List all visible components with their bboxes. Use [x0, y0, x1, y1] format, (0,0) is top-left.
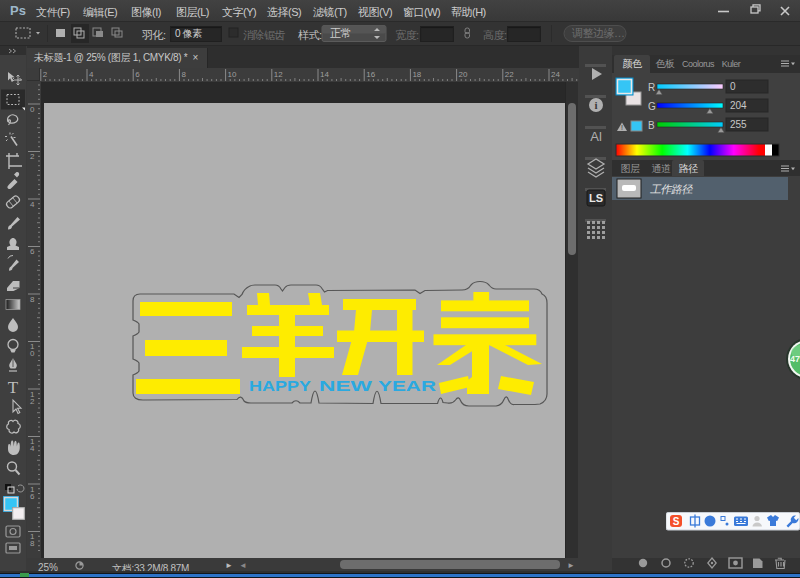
svg-text:12: 12	[274, 70, 283, 79]
svg-text:S: S	[673, 516, 680, 527]
svg-text:4: 4	[30, 200, 35, 209]
svg-text:8: 8	[181, 70, 186, 79]
svg-text:R: R	[648, 82, 655, 93]
svg-text:i: i	[594, 99, 597, 111]
svg-text:14: 14	[320, 70, 329, 79]
svg-text:T: T	[8, 378, 19, 397]
svg-text:204: 204	[730, 100, 747, 111]
svg-text:47: 47	[790, 354, 800, 364]
svg-text:!: !	[621, 124, 623, 131]
svg-text:18: 18	[412, 70, 421, 79]
svg-text:24: 24	[551, 70, 560, 79]
svg-text:4: 4	[30, 444, 35, 453]
svg-text:10: 10	[228, 70, 237, 79]
svg-text:0: 0	[730, 81, 736, 92]
svg-text:NEW: NEW	[319, 377, 373, 394]
svg-text:6: 6	[30, 492, 35, 501]
svg-text:调整边缘…: 调整边缘…	[571, 27, 625, 39]
svg-text:2: 2	[30, 152, 35, 161]
svg-text:6: 6	[30, 247, 35, 256]
svg-text:4: 4	[89, 70, 94, 79]
svg-text:8: 8	[30, 295, 35, 304]
svg-text:B: B	[648, 120, 655, 131]
svg-text:20: 20	[459, 70, 468, 79]
svg-text:6: 6	[135, 70, 140, 79]
svg-text:2: 2	[43, 70, 48, 79]
svg-text:工作路径: 工作路径	[650, 183, 695, 195]
svg-text:0: 0	[30, 105, 35, 114]
svg-text:2: 2	[30, 397, 35, 406]
svg-text:22: 22	[505, 70, 514, 79]
svg-text:Al: Al	[590, 129, 602, 144]
svg-text:正常: 正常	[330, 27, 351, 39]
svg-text:LS: LS	[589, 192, 603, 204]
svg-text:HAPPY: HAPPY	[249, 377, 311, 394]
svg-text:0: 0	[30, 349, 35, 358]
svg-text:16: 16	[366, 70, 375, 79]
svg-text:YEAR: YEAR	[378, 377, 436, 394]
svg-text:8: 8	[30, 539, 35, 548]
svg-text:255: 255	[730, 119, 747, 130]
svg-text:G: G	[648, 101, 656, 112]
